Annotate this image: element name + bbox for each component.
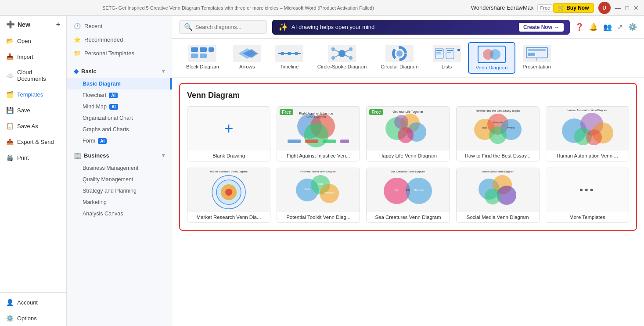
sidebar-item-account[interactable]: 👤 Account — [0, 294, 66, 310]
template-card-happy-life[interactable]: Free Get Your Life Together Happy Life V… — [366, 106, 450, 161]
venn-section-title: Venn Diagram — [187, 91, 629, 100]
settings-icon[interactable]: ⚙️ — [628, 23, 637, 31]
app-title-area: Wondershare EdrawMax Free — [471, 4, 553, 11]
left-panel-graphs[interactable]: Graphs and Charts — [67, 124, 172, 135]
diagram-type-lists[interactable]: Lists — [426, 42, 468, 74]
svg-point-49 — [398, 127, 414, 143]
left-panel-strategy[interactable]: Strategy and Planning — [67, 185, 172, 197]
svg-point-50 — [394, 115, 408, 129]
plus-icon: + — [56, 21, 60, 29]
sidebar-item-print[interactable]: 🖨️ Print — [0, 150, 66, 165]
left-panel-personal[interactable]: 📁 Personal Templates — [67, 47, 172, 60]
diagram-type-block[interactable]: Block Diagram — [179, 42, 226, 74]
svg-text:Tools: Tools — [305, 188, 310, 190]
template-card-potential-toolkit[interactable]: Potential Toolkit Venn Diagram Tools Ski… — [277, 168, 360, 223]
ai-banner[interactable]: ✨ AI drawing helps open your mind Create… — [272, 20, 570, 35]
left-panel: 🕐 Recent ⭐ Recommended 📁 Personal Templa… — [67, 16, 172, 326]
close-button[interactable]: ✕ — [633, 4, 639, 11]
svg-point-19 — [349, 56, 353, 60]
template-card-human-auto[interactable]: Human Automation Venn Diagram Human Auto… — [546, 106, 629, 161]
left-panel-recent[interactable]: 🕐 Recent — [67, 19, 172, 33]
options-icon: ⚙️ — [6, 315, 14, 322]
svg-point-31 — [490, 49, 500, 60]
diagram-type-circular[interactable]: Circular Diagram — [374, 42, 425, 74]
svg-point-64 — [586, 129, 602, 145]
left-panel-recommended[interactable]: ⭐ Recommended — [67, 33, 172, 47]
left-panel-marketing[interactable]: Marketing — [67, 197, 172, 208]
svg-point-29 — [457, 49, 460, 51]
recommended-icon: ⭐ — [74, 36, 81, 43]
community-icon[interactable]: 👥 — [603, 23, 612, 31]
cart-icon: 🛒 — [558, 5, 565, 11]
diagram-type-circle-spoke[interactable]: Circle-Spoke Diagram — [310, 42, 374, 74]
template-card-sea-creatures[interactable]: Sea Creatures Venn Diagram Fish Both Mam… — [366, 168, 450, 223]
search-box[interactable]: 🔍 — [179, 20, 267, 34]
svg-text:Writing: Writing — [507, 126, 514, 129]
svg-rect-0 — [191, 47, 198, 52]
template-card-blank[interactable]: + Blank Drawing — [187, 106, 270, 161]
timeline-thumb — [275, 45, 303, 62]
question-icon[interactable]: ❓ — [575, 23, 584, 31]
left-panel-flowchart[interactable]: Flowchart AI — [67, 90, 172, 101]
create-now-button[interactable]: Create Now → — [519, 23, 564, 32]
market-research-label: Market Research Venn Dia... — [187, 212, 270, 222]
sidebar-export-label: Export & Send — [17, 139, 54, 145]
left-panel-org-chart[interactable]: Organizational Chart — [67, 112, 172, 124]
open-icon: 📂 — [6, 37, 14, 44]
svg-rect-2 — [209, 47, 214, 52]
top-bar: 🔍 ✨ AI drawing helps open your mind Crea… — [172, 16, 644, 39]
svg-text:Venn Diagram: Venn Diagram — [306, 115, 326, 119]
left-panel-biz-mgmt[interactable]: Business Management — [67, 162, 172, 174]
search-input[interactable] — [195, 24, 257, 30]
left-panel-basic-section[interactable]: ◆ Basic ▾ — [67, 64, 172, 78]
diagram-type-timeline[interactable]: Timeline — [268, 42, 310, 74]
template-card-more[interactable]: ••• More Templates — [546, 168, 629, 223]
app-title: Wondershare EdrawMax — [471, 4, 534, 11]
sidebar-item-options[interactable]: ⚙️ Options — [0, 310, 66, 326]
buy-now-button[interactable]: 🛒 Buy Now — [553, 3, 594, 13]
maximize-button[interactable]: □ — [626, 4, 629, 11]
strategy-label: Strategy and Planning — [83, 188, 137, 194]
sidebar-item-new[interactable]: ➕ New + — [0, 16, 66, 33]
diagram-type-presentation[interactable]: Presentation — [515, 42, 558, 74]
svg-rect-41 — [323, 140, 336, 143]
share-icon[interactable]: ↗ — [617, 23, 623, 31]
ai-sparkle-icon: ✨ — [278, 22, 288, 32]
sidebar-item-save[interactable]: 💾 Save — [0, 102, 66, 118]
sidebar-item-export[interactable]: 📤 Export & Send — [0, 134, 66, 150]
sidebar-item-templates[interactable]: 🗂️ Templates — [0, 86, 66, 102]
diagram-type-arrows[interactable]: Arrows — [226, 42, 268, 74]
svg-rect-4 — [200, 54, 207, 58]
template-card-social-media[interactable]: Social Media Venn Diagram Social Media V… — [456, 168, 540, 223]
notification-icon[interactable]: 🔔 — [589, 23, 598, 31]
svg-rect-23 — [436, 50, 443, 51]
sidebar-item-cloud[interactable]: ☁️ Cloud Documents — [0, 64, 66, 86]
left-panel-basic-diagram[interactable]: Basic Diagram — [67, 78, 172, 90]
left-panel-form[interactable]: Form AI — [67, 135, 172, 147]
left-panel-quality[interactable]: Quality Management — [67, 174, 172, 185]
print-icon: 🖨️ — [6, 154, 14, 161]
human-auto-label: Human Automation Venn ... — [546, 150, 629, 161]
template-card-essay[interactable]: How to Find the Best Essay Topics Topic … — [456, 106, 540, 161]
presentation-thumb — [523, 45, 551, 62]
circle-spoke-thumb — [328, 45, 356, 62]
svg-point-38 — [304, 123, 328, 147]
left-panel-business-section[interactable]: 🏢 Business ▾ — [67, 148, 172, 162]
template-card-fight-injustice[interactable]: Free Fight Against Injustice Venn — [277, 106, 360, 161]
user-avatar[interactable]: U — [598, 2, 611, 14]
template-card-market-research[interactable]: Market Research Venn Diagram Market Rese… — [187, 168, 270, 223]
left-panel-mind-map[interactable]: Mind Map AI — [67, 101, 172, 112]
diagram-type-venn[interactable]: Venn Diagram — [468, 42, 516, 74]
sidebar-item-open[interactable]: 📂 Open — [0, 33, 66, 49]
arrows-label: Arrows — [239, 64, 255, 69]
happy-life-thumb: Free Get Your Life Together — [367, 107, 449, 150]
arrows-thumb — [233, 45, 261, 62]
left-panel-analysis[interactable]: Analysis Canvas — [67, 208, 172, 219]
sidebar-item-save-as[interactable]: 📋 Save As — [0, 118, 66, 134]
circular-label: Circular Diagram — [381, 64, 418, 69]
sidebar-item-import[interactable]: 📥 Import — [0, 49, 66, 64]
new-icon: ➕ — [6, 20, 15, 29]
recent-label: Recent — [84, 23, 102, 29]
sidebar-new-label: New — [18, 21, 30, 28]
minimize-button[interactable]: — — [615, 4, 621, 11]
